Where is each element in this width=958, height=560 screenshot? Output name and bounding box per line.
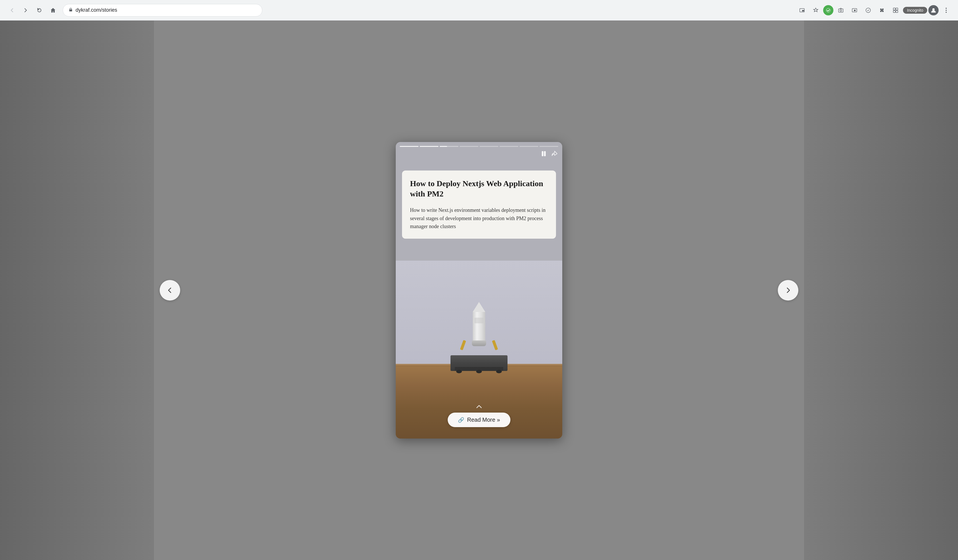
pip2-button[interactable] <box>848 4 861 17</box>
profile-avatar[interactable] <box>928 5 939 15</box>
svg-point-12 <box>932 8 934 11</box>
progress-bar-5 <box>480 146 498 147</box>
page-content: How to Deploy Nextjs Web Application wit… <box>0 21 958 560</box>
pause-button[interactable] <box>541 151 547 157</box>
article-title: How to Deploy Nextjs Web Application wit… <box>410 179 548 199</box>
svg-rect-9 <box>896 8 898 10</box>
svg-rect-10 <box>893 11 895 13</box>
progress-bars <box>400 146 558 147</box>
incognito-badge: Incognito <box>903 7 927 14</box>
home-button[interactable] <box>47 4 59 17</box>
content-card: How to Deploy Nextjs Web Application wit… <box>402 170 556 239</box>
svg-point-5 <box>840 10 842 11</box>
story-controls <box>541 151 558 157</box>
screenshot-button[interactable] <box>834 4 847 17</box>
progress-bar-4 <box>460 146 478 147</box>
read-more-label: Read More » <box>467 417 500 423</box>
star-button[interactable] <box>809 4 822 17</box>
story-prev-button[interactable] <box>160 280 180 300</box>
bg-blur-left <box>0 21 154 560</box>
progress-bar-3 <box>439 146 458 147</box>
svg-point-14 <box>945 10 947 11</box>
svg-rect-17 <box>544 151 546 156</box>
nav-buttons <box>6 4 59 17</box>
url-text: dykraf.com/stories <box>76 7 256 13</box>
progress-bar-8 <box>539 146 558 147</box>
back-button[interactable] <box>6 4 18 17</box>
extension-icon-green <box>823 5 833 15</box>
svg-rect-4 <box>839 9 843 12</box>
read-more-button[interactable]: 🔗 Read More » <box>448 412 510 427</box>
rocket-model <box>472 302 486 346</box>
svg-rect-11 <box>896 11 898 13</box>
forward-button[interactable] <box>19 4 32 17</box>
progress-bar-7 <box>519 146 538 147</box>
browser-toolbar: dykraf.com/stories <box>0 0 958 21</box>
svg-rect-8 <box>893 8 895 10</box>
more-menu-button[interactable] <box>940 4 952 17</box>
svg-rect-16 <box>542 151 543 156</box>
layout-button[interactable] <box>889 4 902 17</box>
svg-rect-2 <box>802 10 804 11</box>
share-button[interactable] <box>551 151 558 157</box>
launch-pad <box>450 355 508 371</box>
pip-button[interactable] <box>796 4 808 17</box>
link-icon: 🔗 <box>458 417 464 423</box>
progress-bar-6 <box>500 146 519 147</box>
extensions-button[interactable] <box>876 4 888 17</box>
vpn-button[interactable] <box>862 4 874 17</box>
swipe-up-indicator <box>476 405 482 410</box>
reload-button[interactable] <box>33 4 46 17</box>
progress-bar-2 <box>420 146 439 147</box>
svg-rect-0 <box>69 10 72 11</box>
bg-blur-right <box>804 21 958 560</box>
progress-bar-1 <box>400 146 419 147</box>
svg-point-15 <box>945 12 947 13</box>
story-next-button[interactable] <box>778 280 798 300</box>
toolbar-actions: Incognito <box>796 4 952 17</box>
wood-table <box>396 364 562 439</box>
browser-frame: dykraf.com/stories <box>0 0 958 560</box>
article-excerpt: How to write Next.js environment variabl… <box>410 206 548 231</box>
story-card: How to Deploy Nextjs Web Application wit… <box>396 142 562 439</box>
read-more-container: 🔗 Read More » <box>448 405 510 427</box>
svg-point-13 <box>945 8 947 9</box>
address-bar[interactable]: dykraf.com/stories <box>63 4 262 17</box>
lock-icon <box>69 8 73 13</box>
